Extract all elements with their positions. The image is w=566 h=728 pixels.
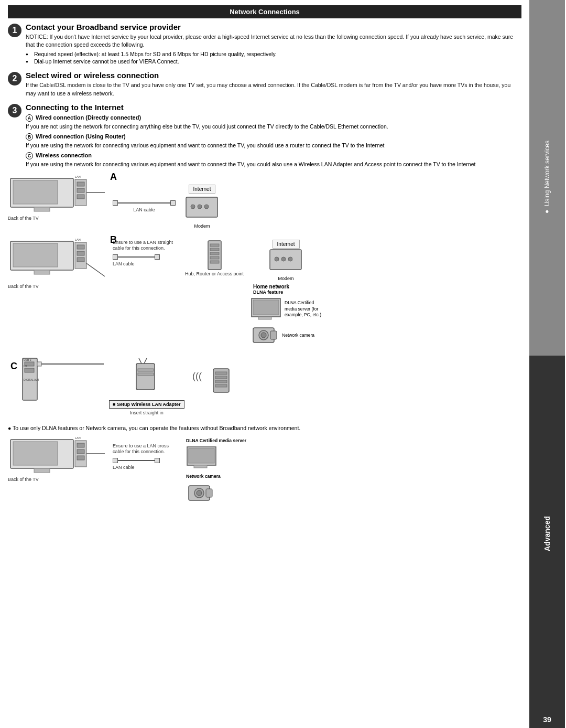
diagram-b-letter: B <box>110 234 117 245</box>
diagram-b-connection: Ensure to use a LAN straight cable for t… <box>113 240 521 347</box>
insert-label: Insert straight in <box>130 410 164 415</box>
svg-rect-64 <box>77 456 84 460</box>
dlna-feature-label: DLNA feature <box>253 290 321 295</box>
dlna-pc-svg <box>186 446 217 469</box>
svg-point-11 <box>198 205 202 209</box>
subsection-b-title: B Wired connection (Using Router) <box>26 133 521 141</box>
svg-text:(((: ((( <box>192 371 202 381</box>
sidebar-bottom: Advanced <box>529 356 565 711</box>
svg-rect-51 <box>138 373 154 376</box>
pc-svg <box>251 297 282 321</box>
svg-rect-1 <box>13 180 58 204</box>
right-sidebar: ● Using Network services Advanced 39 <box>529 0 565 728</box>
svg-rect-55 <box>215 376 227 379</box>
network-camera-b-label: Network camera <box>282 333 314 338</box>
hub-router-svg <box>205 240 224 271</box>
home-network-label: Home network <box>253 284 321 290</box>
svg-rect-33 <box>253 300 279 315</box>
svg-rect-14 <box>13 243 58 267</box>
svg-point-72 <box>197 490 202 496</box>
wireless-adapter-section: ■ Setup Wireless LAN Adapter Insert stra… <box>109 358 184 415</box>
subsection-c-body: If you are using the network for connect… <box>26 160 521 168</box>
subsection-a: A Wired connection (Directly connected) … <box>26 114 521 131</box>
hub-router-label: Hub, Router or Access point <box>185 271 244 276</box>
dlna-connection-area: Ensure to use a LAN cross cable for this… <box>113 443 181 470</box>
home-network-section: Home network DLNA feature <box>253 284 321 295</box>
svg-rect-47 <box>136 363 155 390</box>
diagram-c-tv: USB 2 US DIGITAL AUT <box>20 356 109 404</box>
page-number: 39 <box>529 711 565 728</box>
svg-text:DIGITAL AUT: DIGITAL AUT <box>24 378 39 381</box>
diagram-c-row: C USB 2 US DIGITAL AUT <box>8 356 521 415</box>
diagram-a-connection: LAN cable Internet <box>113 185 521 229</box>
diagram-b-lan-label: LAN cable <box>113 261 181 266</box>
diagram-a-tv: LAN Back of the TV <box>8 174 113 221</box>
diagram-b-modem-label: Modem <box>278 276 294 281</box>
dlna-network-camera-label-text: Network camera <box>186 474 246 479</box>
svg-rect-73 <box>206 489 212 497</box>
svg-rect-38 <box>270 331 277 339</box>
svg-text:USB 2: USB 2 <box>24 358 31 361</box>
bullet-1: Required speed (effective): at least 1.5… <box>26 51 521 57</box>
diagram-c-letter: C <box>10 361 17 372</box>
step-3-circle: 3 <box>8 104 21 117</box>
step-3-title: Connecting to the Internet <box>26 103 521 112</box>
diagram-b-ensure-text: Ensure to use a LAN straight cable for t… <box>113 240 181 252</box>
step-3-content: Connecting to the Internet A Wired conne… <box>26 103 521 169</box>
svg-rect-26 <box>210 256 219 259</box>
modem-b-svg <box>269 249 303 275</box>
svg-rect-19 <box>77 258 84 262</box>
dlna-certified-label: DLNA Certified media server (for example… <box>285 300 321 317</box>
svg-rect-4 <box>77 182 84 186</box>
svg-rect-68 <box>189 448 214 463</box>
step-2-title: Select wired or wireless connection <box>26 71 521 80</box>
diagrams-area: A LAN <box>8 174 521 415</box>
diagram-b-tv-label: Back of the TV <box>8 284 113 289</box>
step-3: 3 Connecting to the Internet A Wired con… <box>8 103 521 169</box>
step-2-circle: 2 <box>8 72 21 85</box>
subsection-c: C Wireless connection If you are using t… <box>26 152 521 168</box>
svg-text:LAN: LAN <box>75 175 81 178</box>
tv-diagram-dlna-svg: LAN <box>8 435 105 475</box>
dlna-ensure-text: Ensure to use a LAN cross cable for this… <box>113 443 181 455</box>
diagram-b-tv: LAN Back of the TV <box>8 237 113 289</box>
dlna-diagram-row: LAN Back of the TV Ensure to use a LAN c… <box>8 435 521 505</box>
network-camera-section: Network camera <box>251 324 321 347</box>
subsection-b: B Wired connection (Using Router) If you… <box>26 133 521 149</box>
sidebar-top: ● Using Network services <box>529 0 565 356</box>
svg-point-29 <box>275 257 279 261</box>
svg-point-10 <box>191 205 195 209</box>
svg-rect-41 <box>25 368 34 372</box>
letter-a-circle: A <box>26 114 33 122</box>
modem-a-svg <box>185 196 219 222</box>
diagram-a-letter: A <box>110 172 117 183</box>
step-2: 2 Select wired or wireless connection If… <box>8 71 521 97</box>
svg-rect-15 <box>34 270 50 274</box>
subsection-c-title: C Wireless connection <box>26 152 521 159</box>
access-point-svg <box>211 363 237 395</box>
dlna-section: ● To use only DLNA features or Network c… <box>8 421 521 505</box>
svg-rect-63 <box>77 449 84 454</box>
sidebar-bottom-text: Advanced <box>543 511 551 556</box>
media-server-section: DLNA Certified media server (for example… <box>251 297 321 321</box>
wireless-adapter-svg <box>128 358 165 400</box>
svg-point-37 <box>261 333 266 338</box>
svg-line-49 <box>144 358 147 363</box>
svg-rect-23 <box>210 244 219 247</box>
step-1-title: Contact your Broadband service provider <box>26 23 521 31</box>
letter-c-circle: C <box>26 152 33 159</box>
step-2-body: If the Cable/DSL modem is close to the T… <box>26 81 521 97</box>
diagram-a-modem-label: Modem <box>194 223 210 229</box>
svg-rect-60 <box>34 468 50 473</box>
svg-point-31 <box>288 257 292 261</box>
svg-rect-5 <box>77 188 84 192</box>
svg-point-12 <box>204 205 209 209</box>
dlna-tv-label: Back of the TV <box>8 477 113 482</box>
svg-rect-46 <box>37 362 41 366</box>
step-1-body: NOTICE: If you don't have Internet servi… <box>26 33 521 49</box>
svg-rect-57 <box>215 384 227 387</box>
svg-line-21 <box>86 263 105 276</box>
svg-rect-27 <box>210 261 219 263</box>
letter-b-circle: B <box>26 133 33 141</box>
svg-rect-62 <box>77 443 84 447</box>
